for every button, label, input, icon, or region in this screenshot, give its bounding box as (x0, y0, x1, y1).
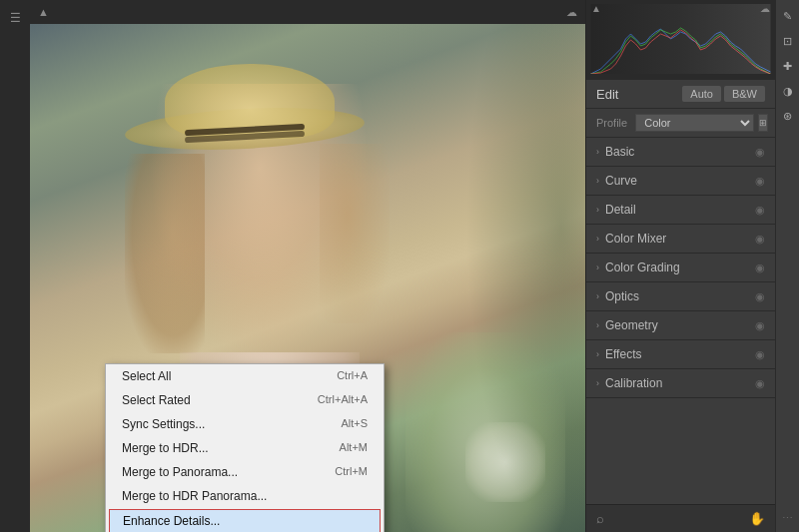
menu-sync-settings[interactable]: Sync Settings... Alt+S (106, 412, 384, 436)
panel-geometry-label: Geometry (605, 318, 658, 332)
panel-color-grading-label: Color Grading (605, 261, 680, 274)
top-bar: ▲ ☁ (30, 0, 585, 24)
profile-label: Profile (596, 117, 627, 129)
panel-color-grading[interactable]: › Color Grading ◉ (586, 254, 775, 282)
panels-list: › Basic ◉ › Curve ◉ › Detail (586, 138, 775, 504)
panel-basic[interactable]: › Basic ◉ (586, 138, 775, 167)
chevron-color-grading: › (596, 263, 599, 272)
tool-crop[interactable]: ⊡ (778, 31, 798, 51)
edit-label: Edit (596, 87, 618, 102)
menu-merge-panorama[interactable]: Merge to Panorama... Ctrl+M (106, 460, 384, 484)
navigator-icon[interactable]: ☰ (3, 6, 27, 30)
photo-area: Select All Ctrl+A Select Rated Ctrl+Alt+… (30, 24, 585, 532)
photo-hair-left (125, 154, 205, 353)
histogram-upload-icon[interactable]: ▲ (591, 3, 601, 14)
tool-pencil[interactable]: ✎ (778, 6, 798, 26)
panel-detail-label: Detail (605, 203, 636, 217)
chevron-calibration: › (596, 378, 599, 388)
cloud-icon[interactable]: ☁ (566, 6, 577, 19)
search-icon[interactable]: ⌕ (596, 511, 604, 526)
panel-color-mixer[interactable]: › Color Mixer ◉ (586, 225, 775, 254)
menu-select-rated[interactable]: Select Rated Ctrl+Alt+A (106, 388, 384, 412)
chevron-effects: › (596, 349, 599, 359)
eye-calibration[interactable]: ◉ (755, 377, 765, 390)
profile-select[interactable]: Color Adobe Color Adobe Landscape (635, 114, 754, 132)
photo-hair-right (320, 144, 390, 323)
histogram-chart (590, 4, 771, 74)
histogram-info-icon[interactable]: ☁ (760, 3, 770, 14)
panel-basic-label: Basic (605, 145, 634, 159)
profile-grid-button[interactable]: ⊞ (758, 114, 768, 132)
edit-header: Edit Auto B&W (586, 80, 775, 109)
photo-bg-right (465, 24, 585, 532)
menu-select-all[interactable]: Select All Ctrl+A (106, 364, 384, 388)
menu-merge-hdr[interactable]: Merge to HDR... Alt+M (106, 436, 384, 460)
panel-optics[interactable]: › Optics ◉ (586, 282, 775, 311)
chevron-color-mixer: › (596, 234, 599, 244)
eye-detail[interactable]: ◉ (755, 204, 765, 217)
breadcrumb: ▲ (38, 6, 49, 18)
tool-heal[interactable]: ✚ (778, 56, 798, 76)
chevron-optics: › (596, 291, 599, 301)
panel-optics-label: Optics (605, 289, 639, 303)
chevron-basic: › (596, 147, 599, 157)
panel-bottom-bar: ⌕ ✋ (586, 504, 775, 532)
right-panel: ▲ ☁ Edit Auto B&W Profile Color Adobe Co… (585, 0, 775, 532)
panel-effects-label: Effects (605, 347, 641, 361)
main-area: ▲ ☁ (30, 0, 585, 532)
panel-effects[interactable]: › Effects ◉ (586, 340, 775, 369)
histogram-panel: ▲ ☁ (586, 0, 775, 80)
eye-color-mixer[interactable]: ◉ (755, 233, 765, 246)
panel-curve[interactable]: › Curve ◉ (586, 167, 775, 196)
eye-color-grading[interactable]: ◉ (755, 262, 765, 274)
chevron-geometry: › (596, 320, 599, 330)
panel-color-mixer-label: Color Mixer (605, 232, 666, 246)
eye-geometry[interactable]: ◉ (755, 319, 765, 332)
context-menu: Select All Ctrl+A Select Rated Ctrl+Alt+… (105, 363, 385, 532)
profile-row: Profile Color Adobe Color Adobe Landscap… (586, 109, 775, 138)
eye-effects[interactable]: ◉ (755, 348, 765, 361)
svg-rect-0 (591, 4, 771, 74)
tool-mask[interactable]: ◑ (778, 81, 798, 101)
menu-merge-hdr-panorama[interactable]: Merge to HDR Panorama... (106, 484, 384, 508)
eye-curve[interactable]: ◉ (755, 175, 765, 188)
bw-button[interactable]: B&W (724, 86, 765, 102)
eye-optics[interactable]: ◉ (755, 290, 765, 303)
menu-enhance-details[interactable]: Enhance Details... (109, 509, 381, 532)
auto-button[interactable]: Auto (682, 86, 721, 102)
chevron-detail: › (596, 205, 599, 215)
tool-redeye[interactable]: ⊛ (778, 106, 798, 126)
chevron-curve: › (596, 176, 599, 186)
edit-buttons: Auto B&W (682, 86, 765, 102)
hand-icon[interactable]: ✋ (749, 511, 765, 526)
left-sidebar: ☰ (0, 0, 30, 532)
panel-curve-label: Curve (605, 174, 637, 188)
eye-basic[interactable]: ◉ (755, 146, 765, 159)
panel-geometry[interactable]: › Geometry ◉ (586, 311, 775, 340)
tools-panel: ✎ ⊡ ✚ ◑ ⊛ ⋯ (775, 0, 799, 532)
panel-detail[interactable]: › Detail ◉ (586, 196, 775, 225)
panel-calibration[interactable]: › Calibration ◉ (586, 369, 775, 398)
right-panel-wrapper: ▲ ☁ Edit Auto B&W Profile Color Adobe Co… (585, 0, 799, 532)
tool-more[interactable]: ⋯ (778, 508, 798, 528)
panel-calibration-label: Calibration (605, 376, 662, 390)
